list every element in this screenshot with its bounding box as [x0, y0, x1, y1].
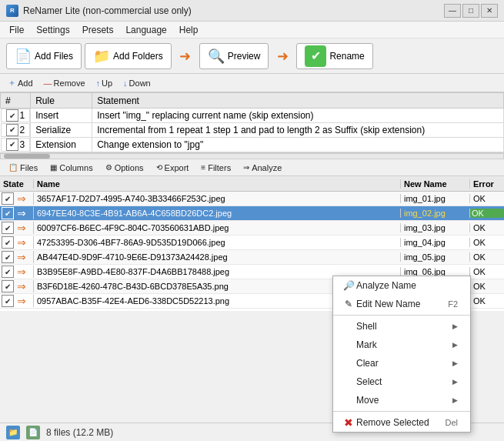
col-header-newname: New Name: [401, 179, 470, 189]
ctx-clear[interactable]: Clear: [333, 354, 470, 373]
menu-file[interactable]: File: [3, 23, 30, 37]
ctx-move[interactable]: Move: [333, 391, 470, 409]
tab-analyze[interactable]: ⇒ Analyze: [238, 161, 287, 175]
file-error-3: OK: [470, 223, 504, 232]
close-button[interactable]: ✕: [481, 4, 498, 18]
rule-row-3[interactable]: ✔ 3 Extension Change extension to "jpg": [1, 138, 504, 152]
add-files-icon: 📄: [15, 48, 32, 65]
file-name-3: 60097CF6-B6EC-4F9C-804C-703560631ABD.jpe…: [34, 223, 401, 232]
columns-tab-icon: ▦: [50, 163, 57, 172]
add-rule-label: Add: [18, 79, 33, 88]
file-name-2: 6947EE40-8C3E-4B91-AB6A-4C658BD26DC2.jpe…: [34, 209, 401, 218]
tab-columns[interactable]: ▦ Columns: [45, 161, 98, 175]
file-newname-1: img_01.jpg: [401, 194, 470, 203]
file-arrow-8: ⇒: [15, 296, 28, 306]
ctx-shell-label: Shell: [356, 321, 452, 332]
rule-num-1: 1: [20, 110, 25, 121]
tab-filters[interactable]: ≡ Filters: [195, 161, 236, 175]
files-toolbar: 📋 Files ▦ Columns ⚙ Options ⟲ Export ≡ F…: [0, 159, 504, 176]
file-checkbox-8[interactable]: ✔: [2, 295, 14, 307]
ctx-analyze-name[interactable]: 🔎 Analyze Name: [333, 276, 470, 295]
file-error-7: OK: [470, 282, 504, 291]
file-checkbox-7[interactable]: ✔: [2, 280, 14, 292]
up-rule-button[interactable]: ↑ Up: [93, 78, 116, 89]
file-checkbox-6[interactable]: ✔: [2, 266, 14, 278]
tab-options[interactable]: ⚙ Options: [100, 161, 149, 175]
add-rule-button[interactable]: ＋ Add: [5, 76, 36, 89]
add-folders-icon: 📁: [93, 48, 110, 65]
preview-icon: 🔍: [208, 48, 225, 65]
window-title: ReNamer Lite (non-commercial use only): [23, 5, 444, 16]
filters-tab-icon: ≡: [201, 163, 205, 172]
edit-newname-icon: ✎: [341, 299, 356, 309]
rename-label: Rename: [329, 51, 364, 62]
rule-checkbox-2[interactable]: ✔: [6, 124, 18, 136]
ctx-edit-label: Edit New Name: [356, 299, 436, 309]
file-row-2[interactable]: ✔ ⇒ 6947EE40-8C3E-4B91-AB6A-4C658BD26DC2…: [0, 206, 504, 221]
file-newname-4: img_04.jpg: [401, 238, 470, 247]
ctx-shell[interactable]: Shell: [333, 317, 470, 336]
ctx-select-label: Select: [356, 376, 452, 387]
remove-rule-minus-icon: —: [44, 79, 52, 88]
file-row-5[interactable]: ✔ ⇒ AB447E4D-9D9F-4710-9E6E-D91373A24428…: [0, 250, 504, 265]
rules-scrollbar-thumb[interactable]: [4, 154, 50, 159]
add-folders-button[interactable]: 📁 Add Folders: [85, 43, 172, 69]
file-arrow-3: ⇒: [15, 222, 28, 233]
file-error-8: OK: [470, 296, 504, 306]
ctx-divider-1: [333, 315, 470, 316]
file-error-5: OK: [470, 252, 504, 262]
remove-rule-button[interactable]: — Remove: [41, 78, 88, 89]
minimize-button[interactable]: —: [444, 4, 461, 18]
ctx-mark[interactable]: Mark: [333, 336, 470, 354]
ctx-select[interactable]: Select: [333, 373, 470, 391]
app-icon: R: [6, 5, 18, 17]
col-header-num: #: [1, 93, 31, 109]
rule-num-2: 2: [20, 125, 25, 135]
rule-checkbox-1[interactable]: ✔: [6, 109, 18, 122]
down-rule-button[interactable]: ↓ Down: [120, 78, 154, 89]
file-error-1: OK: [470, 194, 504, 203]
rule-row-1[interactable]: ✔ 1 Insert Insert "img_" replacing curre…: [1, 109, 504, 123]
menu-presets[interactable]: Presets: [76, 23, 120, 37]
rule-checkbox-3[interactable]: ✔: [6, 139, 18, 151]
file-checkbox-4[interactable]: ✔: [2, 236, 14, 249]
file-row-4[interactable]: ✔ ⇒ 47253395-D306-4BF7-86A9-9D535D19D066…: [0, 236, 504, 250]
menu-settings[interactable]: Settings: [30, 23, 75, 37]
window-controls: — □ ✕: [444, 4, 498, 18]
file-checkbox-5[interactable]: ✔: [2, 251, 14, 263]
up-arrow-icon: ↑: [96, 79, 101, 88]
add-files-button[interactable]: 📄 Add Files: [6, 43, 82, 69]
tab-export[interactable]: ⟲ Export: [151, 161, 195, 175]
file-row-3[interactable]: ✔ ⇒ 60097CF6-B6EC-4F9C-804C-703560631ABD…: [0, 221, 504, 236]
down-arrow-icon: ↓: [123, 79, 128, 88]
rule-name-3: Extension: [31, 138, 92, 152]
rename-check-icon: ✔: [305, 45, 326, 67]
file-row-1[interactable]: ✔ ⇒ 3657AF17-D2D7-4995-A740-3B33466F253C…: [0, 192, 504, 206]
tab-files[interactable]: 📋 Files: [3, 161, 43, 175]
remove-selected-icon: ✖: [341, 416, 356, 429]
file-newname-5: img_05.jpg: [401, 252, 470, 262]
rename-button[interactable]: ✔ Rename: [296, 43, 372, 69]
rule-row-2[interactable]: ✔ 2 Serialize Incremental from 1 repeat …: [1, 123, 504, 138]
file-checkbox-2[interactable]: ✔: [2, 207, 14, 219]
maximize-button[interactable]: □: [462, 4, 479, 18]
status-text: 8 files (12.2 MB): [46, 427, 113, 438]
menu-help[interactable]: Help: [173, 23, 205, 37]
ctx-remove-label: Remove Selected: [356, 417, 432, 428]
rules-scrollbar[interactable]: [0, 153, 504, 159]
col-header-statement: Statement: [92, 93, 504, 109]
file-checkbox-3[interactable]: ✔: [2, 222, 14, 234]
files-tab-icon: 📋: [8, 163, 18, 172]
ctx-edit-newname[interactable]: ✎ Edit New Name F2: [333, 295, 470, 313]
col-header-state: State: [0, 179, 34, 189]
menu-language[interactable]: Language: [119, 23, 172, 37]
file-name-1: 3657AF17-D2D7-4995-A740-3B33466F253C.jpe…: [34, 194, 401, 203]
ctx-remove-shortcut: Del: [445, 418, 458, 427]
file-checkbox-1[interactable]: ✔: [2, 192, 14, 205]
rule-name-2: Serialize: [31, 123, 92, 138]
ctx-remove-selected[interactable]: ✖ Remove Selected Del: [333, 413, 470, 432]
rules-toolbar: ＋ Add — Remove ↑ Up ↓ Down: [0, 74, 504, 92]
menu-bar: File Settings Presets Language Help: [0, 22, 504, 38]
preview-button[interactable]: 🔍 Preview: [199, 43, 269, 69]
remove-rule-label: Remove: [54, 79, 85, 88]
